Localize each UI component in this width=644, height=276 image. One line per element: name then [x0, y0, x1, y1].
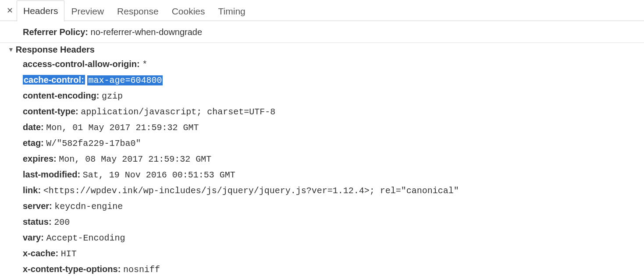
- date-value: Mon, 01 May 2017 21:59:32 GMT: [46, 123, 199, 133]
- header-acao: access-control-allow-origin: *: [0, 57, 644, 72]
- response-headers-toggle[interactable]: ▼ Response Headers: [0, 43, 644, 57]
- link-label: link:: [23, 185, 41, 195]
- header-cache-control: cache-control: max-age=604800: [0, 72, 644, 88]
- referrer-policy-label: Referrer Policy:: [23, 27, 88, 37]
- x-cto-label: x-content-type-options:: [23, 264, 121, 274]
- acao-label: access-control-allow-origin:: [23, 59, 140, 69]
- header-etag: etag: W/"582fa229-17ba0": [0, 135, 644, 151]
- header-server: server: keycdn-engine: [0, 198, 644, 214]
- content-encoding-value: gzip: [102, 91, 123, 101]
- tab-bar: ✕ Headers Preview Response Cookies Timin…: [0, 0, 644, 21]
- header-content-type: content-type: application/javascript; ch…: [0, 104, 644, 120]
- server-label: server:: [23, 201, 52, 211]
- header-expires: expires: Mon, 08 May 2017 21:59:32 GMT: [0, 151, 644, 167]
- tab-preview[interactable]: Preview: [64, 0, 110, 21]
- header-x-cache: x-cache: HIT: [0, 246, 644, 262]
- header-vary: vary: Accept-Encoding: [0, 230, 644, 246]
- cache-control-label: cache-control:: [23, 75, 85, 85]
- cache-control-value: max-age=604800: [87, 75, 163, 85]
- acao-value: *: [142, 60, 147, 70]
- expires-value: Mon, 08 May 2017 21:59:32 GMT: [59, 154, 211, 164]
- status-value: 200: [54, 217, 70, 227]
- x-cache-value: HIT: [61, 249, 77, 259]
- etag-label: etag:: [23, 138, 44, 148]
- expires-label: expires:: [23, 154, 57, 163]
- x-cto-value: nosniff: [123, 265, 160, 275]
- date-label: date:: [23, 122, 44, 132]
- header-status: status: 200: [0, 214, 644, 230]
- vary-value: Accept-Encoding: [46, 233, 125, 243]
- last-modified-value: Sat, 19 Nov 2016 00:51:53 GMT: [83, 170, 235, 180]
- vary-label: vary:: [23, 233, 44, 242]
- link-value: <https://wpdev.ink/wp-includes/js/jquery…: [43, 186, 459, 196]
- status-label: status:: [23, 217, 52, 226]
- last-modified-label: last-modified:: [23, 170, 80, 179]
- etag-value: W/"582fa229-17ba0": [46, 138, 141, 149]
- close-icon[interactable]: ✕: [3, 0, 17, 21]
- content-encoding-label: content-encoding:: [23, 91, 99, 100]
- content-type-value: application/javascript; charset=UTF-8: [81, 107, 275, 117]
- tab-cookies[interactable]: Cookies: [165, 0, 212, 21]
- content-type-label: content-type:: [23, 106, 78, 116]
- tab-headers[interactable]: Headers: [17, 0, 64, 21]
- server-value: keycdn-engine: [54, 202, 123, 212]
- x-cache-label: x-cache:: [23, 248, 58, 258]
- tab-response[interactable]: Response: [110, 0, 165, 21]
- header-x-content-type-options: x-content-type-options: nosniff: [0, 262, 644, 276]
- tab-timing[interactable]: Timing: [212, 0, 252, 21]
- response-headers-title: Response Headers: [16, 45, 95, 55]
- header-date: date: Mon, 01 May 2017 21:59:32 GMT: [0, 120, 644, 135]
- header-link: link: <https://wpdev.ink/wp-includes/js/…: [0, 183, 644, 198]
- header-content-encoding: content-encoding: gzip: [0, 88, 644, 104]
- headers-panel: Referrer Policy: no-referrer-when-downgr…: [0, 21, 644, 276]
- header-last-modified: last-modified: Sat, 19 Nov 2016 00:51:53…: [0, 167, 644, 183]
- triangle-down-icon: ▼: [8, 46, 14, 53]
- referrer-policy-row: Referrer Policy: no-referrer-when-downgr…: [0, 25, 644, 40]
- referrer-policy-value: no-referrer-when-downgrade: [91, 27, 203, 37]
